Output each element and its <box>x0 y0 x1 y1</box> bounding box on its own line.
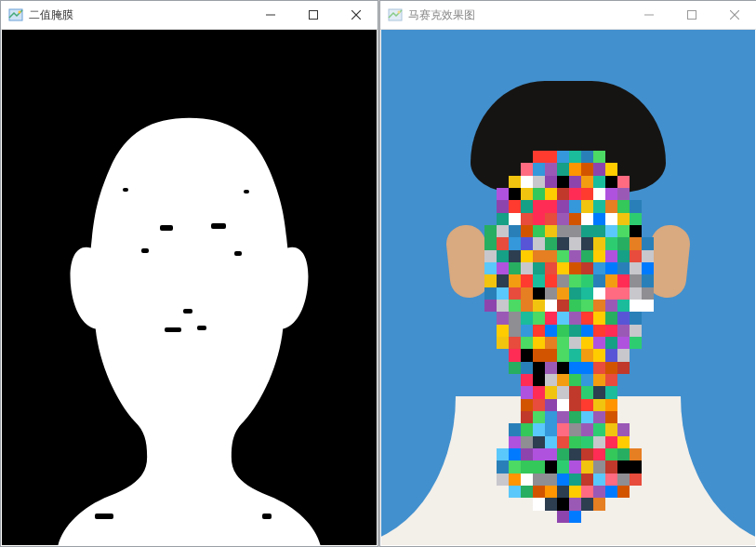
mosaic-cell <box>630 448 642 460</box>
mosaic-cell <box>581 511 593 523</box>
mosaic-cell <box>569 349 581 361</box>
mosaic-cell <box>545 312 557 324</box>
mosaic-cell <box>581 423 593 435</box>
mosaic-cell <box>605 399 617 411</box>
mosaic-cell <box>642 225 654 237</box>
mosaic-cell <box>521 386 533 398</box>
minimize-button[interactable] <box>249 1 292 29</box>
mosaic-cell <box>533 200 545 212</box>
mosaic-cell <box>605 325 617 337</box>
mosaic-cell <box>617 374 630 386</box>
mosaic-cell <box>569 188 581 200</box>
mosaic-cell <box>484 225 497 237</box>
mosaic-cell <box>509 262 521 274</box>
mosaic-cell <box>569 448 581 460</box>
mosaic-cell <box>484 312 497 324</box>
mosaic-cell <box>617 274 630 287</box>
mosaic-cell <box>630 423 642 435</box>
window-title-left: 二值腌膜 <box>29 7 73 23</box>
mosaic-cell <box>630 460 642 473</box>
mosaic-cell <box>581 498 593 510</box>
mosaic-cell <box>593 163 605 175</box>
mosaic-cell <box>581 325 593 337</box>
mosaic-cell <box>533 176 545 188</box>
mosaic-cell <box>557 262 569 274</box>
mosaic-cell <box>581 474 593 486</box>
close-button[interactable] <box>335 1 378 29</box>
mosaic-cell <box>642 176 654 188</box>
mosaic-cell <box>642 300 654 312</box>
mosaic-cell <box>472 213 484 225</box>
mosaic-cell <box>630 225 642 237</box>
minimize-button[interactable] <box>628 1 670 29</box>
mosaic-cell <box>605 337 617 349</box>
mosaic-cell <box>569 498 581 510</box>
mosaic-cell <box>581 448 593 460</box>
mosaic-cell <box>617 399 630 411</box>
mosaic-cell <box>497 349 509 361</box>
mosaic-cell <box>654 325 666 337</box>
mosaic-cell <box>545 200 557 212</box>
close-icon <box>730 10 739 20</box>
mosaic-cell <box>569 362 581 374</box>
mosaic-cell <box>617 448 630 460</box>
mosaic-cell <box>569 151 581 163</box>
mosaic-cell <box>630 188 642 200</box>
mosaic-cell <box>654 511 666 523</box>
mosaic-cell <box>497 312 509 324</box>
mask-silhouette <box>2 30 377 545</box>
mosaic-cell <box>642 163 654 175</box>
mask-noise <box>141 248 149 253</box>
mosaic-cell <box>509 486 521 498</box>
mosaic-cell <box>521 498 533 510</box>
mosaic-cell <box>472 225 484 237</box>
mosaic-cell <box>472 176 484 188</box>
mosaic-cell <box>654 188 666 200</box>
mosaic-cell <box>642 213 654 225</box>
maximize-button[interactable] <box>292 1 335 29</box>
mosaic-cell <box>545 274 557 287</box>
mosaic-cell <box>521 374 533 386</box>
titlebar-left[interactable]: 二值腌膜 <box>1 1 378 30</box>
mosaic-cell <box>593 511 605 523</box>
mosaic-cell <box>533 486 545 498</box>
mosaic-cell <box>521 474 533 486</box>
mosaic-cell <box>605 274 617 287</box>
mosaic-cell <box>557 374 569 386</box>
maximize-button[interactable] <box>670 1 713 29</box>
mosaic-cell <box>569 386 581 398</box>
mosaic-cell <box>557 362 569 374</box>
binary-mask-canvas <box>2 30 377 545</box>
mosaic-cell <box>533 349 545 361</box>
mosaic-cell <box>533 188 545 200</box>
mosaic-cell <box>484 200 497 212</box>
mosaic-cell <box>581 337 593 349</box>
mask-noise <box>160 225 173 231</box>
mosaic-cell <box>654 225 666 237</box>
mosaic-cell <box>497 151 509 163</box>
mosaic-cell <box>593 399 605 411</box>
mosaic-cell <box>593 151 605 163</box>
close-button[interactable] <box>713 1 756 29</box>
mosaic-cell <box>557 163 569 175</box>
mosaic-cell <box>497 374 509 386</box>
mosaic-cell <box>581 312 593 324</box>
mosaic-cell <box>521 325 533 337</box>
mosaic-cell <box>605 448 617 460</box>
mosaic-cell <box>581 237 593 249</box>
mosaic-cell <box>545 300 557 312</box>
mosaic-cell <box>557 176 569 188</box>
mosaic-cell <box>545 237 557 249</box>
mosaic-cell <box>484 262 497 274</box>
mosaic-cell <box>509 300 521 312</box>
mosaic-grid <box>472 151 666 523</box>
mosaic-cell <box>581 374 593 386</box>
mosaic-cell <box>630 374 642 386</box>
mosaic-cell <box>521 225 533 237</box>
mosaic-cell <box>605 225 617 237</box>
mosaic-cell <box>593 349 605 361</box>
titlebar-right[interactable]: 马赛克效果图 <box>380 1 756 30</box>
mosaic-cell <box>630 262 642 274</box>
mosaic-cell <box>533 325 545 337</box>
mosaic-cell <box>630 237 642 249</box>
